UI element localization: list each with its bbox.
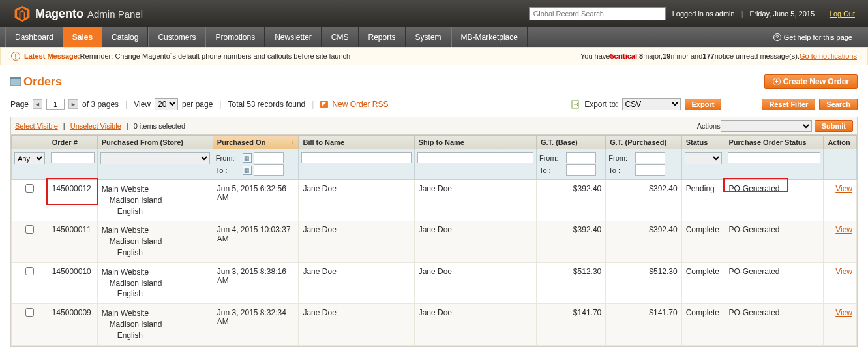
filter-purch-from[interactable] bbox=[635, 152, 665, 163]
calendar-icon[interactable]: ▦ bbox=[243, 153, 252, 163]
filter-base-from[interactable] bbox=[566, 152, 596, 163]
perpage-select[interactable]: 20 bbox=[155, 98, 178, 110]
nav-item-customers[interactable]: Customers bbox=[148, 27, 205, 47]
nav-item-promotions[interactable]: Promotions bbox=[205, 27, 265, 47]
view-link[interactable]: View bbox=[835, 308, 852, 317]
nav-item-cms[interactable]: CMS bbox=[322, 27, 359, 47]
row-checkbox[interactable] bbox=[25, 225, 34, 234]
filter-ship-input[interactable] bbox=[417, 152, 533, 163]
svg-rect-1 bbox=[10, 77, 21, 79]
filter-po-input[interactable] bbox=[728, 152, 821, 163]
create-order-button[interactable]: + Create New Order bbox=[764, 74, 858, 89]
ship-to: Jane Doe bbox=[419, 184, 452, 193]
table-row[interactable]: 145000010Main WebsiteMadison IslandEngli… bbox=[12, 262, 857, 303]
row-checkbox[interactable] bbox=[25, 267, 34, 275]
nav-item-reports[interactable]: Reports bbox=[359, 27, 406, 47]
col-header[interactable]: Purchased From (Store) bbox=[97, 136, 213, 149]
msg-youhave: You have bbox=[580, 52, 610, 60]
status: Complete bbox=[686, 225, 719, 234]
row-checkbox[interactable] bbox=[25, 184, 34, 193]
view-link[interactable]: View bbox=[835, 267, 852, 276]
status: Complete bbox=[686, 267, 719, 276]
help-link[interactable]: ?Get help for this page bbox=[763, 27, 863, 47]
po-cell: PO-Generated bbox=[725, 304, 824, 345]
filter-date-to[interactable] bbox=[254, 164, 284, 176]
po-cell: PO-Generated bbox=[725, 180, 824, 221]
filter-store-select[interactable] bbox=[100, 152, 210, 164]
header-date: Friday, June 5, 2015 bbox=[750, 10, 815, 18]
export-button[interactable]: Export bbox=[685, 99, 722, 110]
total-records: Total 53 records found bbox=[228, 100, 306, 109]
prev-page-button[interactable]: ◄ bbox=[33, 99, 42, 109]
new-order-rss-link[interactable]: New Order RSS bbox=[332, 100, 388, 109]
col-header[interactable]: G.T. (Base) bbox=[536, 136, 605, 149]
po-status: PO-Generated bbox=[729, 225, 780, 234]
table-row[interactable]: 145000011Main WebsiteMadison IslandEngli… bbox=[12, 221, 857, 262]
export-format-select[interactable]: CSV bbox=[622, 98, 681, 110]
po-cell: PO-Generated bbox=[725, 262, 824, 303]
filter-purch-to[interactable] bbox=[635, 164, 665, 176]
status: Complete bbox=[686, 308, 719, 317]
filter-order-input[interactable] bbox=[51, 152, 95, 163]
row-checkbox[interactable] bbox=[25, 308, 34, 317]
view-link[interactable]: View bbox=[835, 184, 852, 193]
orders-page-icon bbox=[10, 77, 21, 86]
gt-purchased: $392.40 bbox=[649, 184, 677, 193]
actions-select[interactable] bbox=[721, 120, 812, 132]
col-header[interactable]: Purchased On↓ bbox=[213, 136, 299, 149]
actions-label: Actions bbox=[697, 122, 721, 130]
nav-item-mb-marketplace[interactable]: MB-Marketplace bbox=[451, 27, 528, 47]
nav-item-newsletter[interactable]: Newsletter bbox=[265, 27, 322, 47]
filter-bill-input[interactable] bbox=[301, 152, 411, 163]
col-header[interactable]: Action bbox=[824, 136, 857, 149]
gt-base: $512.30 bbox=[573, 267, 601, 276]
calendar-icon[interactable]: ▦ bbox=[243, 166, 252, 175]
export-label: Export to: bbox=[584, 100, 618, 109]
gt-base: $392.40 bbox=[573, 225, 601, 234]
next-page-button[interactable]: ► bbox=[68, 99, 78, 109]
view-link[interactable]: View bbox=[835, 225, 852, 234]
nav-item-catalog[interactable]: Catalog bbox=[102, 27, 148, 47]
table-row[interactable]: 145000012Main WebsiteMadison IslandEngli… bbox=[12, 180, 857, 221]
magento-icon bbox=[13, 5, 31, 23]
unselect-visible-link[interactable]: Unselect Visible bbox=[70, 122, 121, 130]
logout-link[interactable]: Log Out bbox=[830, 10, 855, 18]
po-status: PO-Generated bbox=[729, 184, 780, 193]
logo[interactable]: Magento Admin Panel bbox=[13, 5, 143, 23]
nav-item-dashboard[interactable]: Dashboard bbox=[5, 27, 63, 47]
filter-base-to[interactable] bbox=[566, 164, 596, 176]
filter-any-select[interactable]: Any bbox=[14, 152, 45, 164]
nav-item-system[interactable]: System bbox=[406, 27, 451, 47]
page-number-input[interactable] bbox=[46, 99, 65, 110]
filter-date-from[interactable] bbox=[254, 152, 284, 163]
gt-purchased: $141.70 bbox=[649, 308, 677, 317]
gt-base: $141.70 bbox=[573, 308, 601, 317]
col-header[interactable]: Purchase Order Status bbox=[725, 136, 824, 149]
col-header[interactable] bbox=[12, 136, 48, 149]
search-button[interactable]: Search bbox=[819, 99, 858, 110]
orders-grid: Select Visible | Unselect Visible | 0 it… bbox=[10, 117, 858, 347]
col-header[interactable]: G.T. (Purchased) bbox=[606, 136, 681, 149]
go-notifications-link[interactable]: Go to notifications bbox=[800, 52, 857, 60]
nav-item-sales[interactable]: Sales bbox=[63, 27, 102, 47]
create-order-label: Create New Order bbox=[783, 77, 849, 86]
col-header[interactable]: Bill to Name bbox=[299, 136, 414, 149]
col-header[interactable]: Ship to Name bbox=[414, 136, 536, 149]
purchased-on: Jun 5, 2015 6:32:56 AM bbox=[217, 184, 286, 202]
submit-button[interactable]: Submit bbox=[815, 120, 853, 132]
bill-to: Jane Doe bbox=[303, 225, 336, 234]
latest-message-label: Latest Message: bbox=[24, 52, 80, 60]
purchased-on: Jun 3, 2015 8:38:16 AM bbox=[217, 267, 286, 285]
gt-purchased: $512.30 bbox=[649, 267, 677, 276]
select-visible-link[interactable]: Select Visible bbox=[15, 122, 58, 130]
msg-minor-count: 19 bbox=[663, 52, 670, 60]
store-text: Main WebsiteMadison IslandEnglish bbox=[102, 308, 209, 341]
logo-text: Magento bbox=[35, 7, 83, 21]
order-number: 145000011 bbox=[52, 225, 91, 234]
table-row[interactable]: 145000009Main WebsiteMadison IslandEngli… bbox=[12, 304, 857, 345]
filter-status-select[interactable] bbox=[685, 152, 722, 164]
col-header[interactable]: Order # bbox=[48, 136, 97, 149]
col-header[interactable]: Status bbox=[681, 136, 725, 149]
reset-filter-button[interactable]: Reset Filter bbox=[762, 99, 815, 110]
global-search-input[interactable] bbox=[529, 7, 666, 20]
